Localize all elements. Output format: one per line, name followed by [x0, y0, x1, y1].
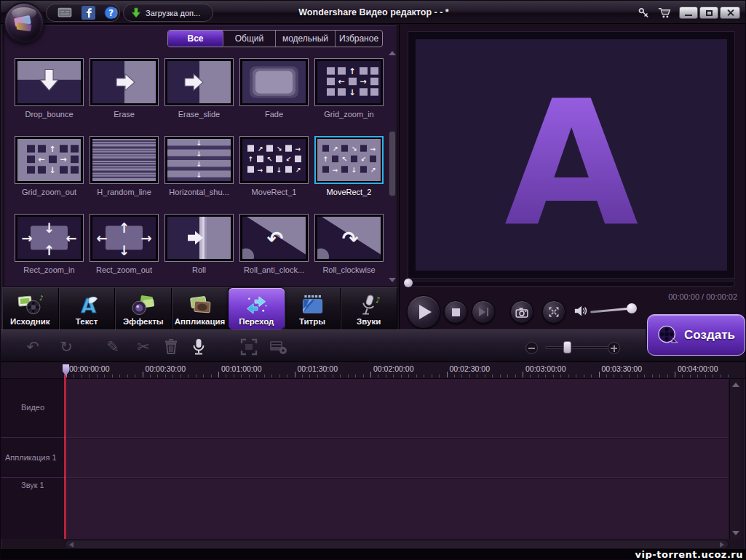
ruler-tick — [82, 375, 82, 377]
ruler-tick — [188, 375, 189, 377]
zoom-slider[interactable] — [545, 346, 615, 349]
volume-icon[interactable] — [574, 304, 590, 318]
transition-item-drop-bounce[interactable]: Drop_bounce — [12, 58, 87, 119]
maximize-button[interactable] — [699, 7, 718, 19]
transition-item-erase[interactable]: Erase — [87, 58, 162, 119]
delete-button[interactable] — [159, 335, 183, 359]
ruler-tick — [507, 375, 508, 377]
frame-select-button[interactable] — [237, 335, 261, 359]
facebook-icon[interactable] — [82, 6, 95, 20]
cart-icon[interactable] — [657, 7, 672, 19]
transition-item-fade[interactable]: Fade — [237, 58, 312, 119]
seek-handle[interactable] — [404, 279, 413, 287]
step-forward-button[interactable] — [472, 300, 495, 324]
playhead-line[interactable] — [65, 375, 66, 539]
media-tab-text[interactable]: AТекст — [59, 288, 116, 329]
app-logo — [4, 2, 44, 43]
transition-thumb-moverect-1[interactable]: ↗↘→↑↖↙→↓↗ — [239, 136, 309, 184]
media-tab-applique[interactable]: Аппликация — [172, 288, 229, 329]
edit-button[interactable]: ✎ — [101, 335, 124, 359]
media-tab-source[interactable]: ♪Исходник — [2, 288, 59, 329]
transition-thumb-grid-zoom-out[interactable]: ↑←→↓ — [15, 136, 84, 184]
roll-anti-clockwise-icon: ↶ — [242, 217, 306, 259]
key-icon[interactable] — [637, 7, 651, 19]
svg-text:↘: ↘ — [277, 144, 282, 152]
transition-item-rect-zoom-in[interactable]: →←↓↑Rect_zoom_in — [12, 214, 87, 274]
media-tab-sounds[interactable]: ♪Звуки — [341, 288, 397, 329]
snapshot-button[interactable] — [510, 300, 533, 324]
category-tab-model[interactable]: модельный — [276, 31, 336, 47]
voiceover-button[interactable] — [187, 335, 210, 359]
transition-thumb-horizontal-shuffle[interactable]: ↓↓↓↓ — [164, 136, 234, 184]
transitions-scrollbar[interactable] — [388, 49, 397, 284]
transition-label: Erase_slide — [178, 110, 220, 119]
minimize-button[interactable] — [679, 7, 698, 19]
ruler-label: 00:03:30:00 — [602, 364, 642, 373]
transition-item-moverect-1[interactable]: ↗↘→↑↖↙→↓↗MoveRect_1 — [237, 136, 312, 196]
transition-thumb-erase-slide[interactable] — [164, 58, 234, 106]
category-tab-all[interactable]: Все — [168, 31, 223, 47]
transition-thumb-drop-bounce[interactable] — [15, 58, 84, 106]
ruler-tick — [203, 375, 204, 377]
scroll-left-icon[interactable] — [69, 542, 74, 548]
help-icon[interactable]: ? — [104, 6, 118, 20]
transition-thumb-fade[interactable] — [239, 58, 309, 106]
zoom-in-button[interactable] — [608, 342, 620, 354]
zoom-out-button[interactable] — [525, 342, 538, 354]
scroll-up-icon[interactable] — [389, 51, 396, 55]
close-button[interactable] — [720, 7, 740, 19]
media-tab-bar: ♪ИсходникAТекстЭффектыАппликацияПереходТ… — [2, 287, 397, 329]
transition-thumb-moverect-2[interactable]: ↗↘→↑↖↙→↓↗ — [314, 136, 384, 184]
fullscreen-button[interactable] — [542, 300, 566, 324]
transition-item-grid-zoom-in[interactable]: ↑←→↓Grid_zoom_in — [312, 58, 386, 119]
transition-item-rect-zoom-out[interactable]: ←→↑↓Rect_zoom_out — [87, 214, 162, 274]
transition-thumb-rect-zoom-out[interactable]: ←→↑↓ — [90, 214, 159, 262]
media-tab-titles[interactable]: Титры — [285, 288, 341, 329]
transition-thumb-roll[interactable] — [164, 214, 234, 262]
volume-handle[interactable] — [627, 303, 637, 313]
undo-button[interactable]: ↶ — [21, 335, 44, 359]
transition-thumb-rect-zoom-in[interactable]: →←↓↑ — [15, 214, 84, 262]
zoom-slider-handle[interactable] — [563, 341, 571, 353]
scroll-down-icon[interactable] — [732, 531, 739, 535]
stop-button[interactable] — [444, 300, 467, 324]
transition-item-grid-zoom-out[interactable]: ↑←→↓Grid_zoom_out — [12, 136, 87, 196]
transition-item-roll-clockwise[interactable]: ↷Roll_clockwise — [312, 214, 386, 274]
transition-thumb-grid-zoom-in[interactable]: ↑←→↓ — [314, 58, 384, 106]
transition-item-horizontal-shuffle[interactable]: ↓↓↓↓Horizontal_shu... — [162, 136, 237, 196]
category-tab-favorites[interactable]: Избраное — [336, 31, 382, 47]
transition-item-roll-anti-clockwise[interactable]: ↶Roll_anti_clock... — [237, 214, 312, 274]
scroll-down-icon[interactable] — [389, 278, 396, 282]
ruler-tick — [659, 375, 660, 377]
transition-thumb-erase[interactable] — [90, 58, 159, 106]
svg-text:→: → — [21, 231, 32, 246]
play-button[interactable] — [407, 295, 440, 329]
category-tab-common[interactable]: Общий — [223, 31, 276, 47]
scroll-up-icon[interactable] — [732, 383, 739, 387]
fade-icon — [242, 61, 306, 103]
media-tab-effects[interactable]: Эффекты — [115, 288, 172, 329]
transition-item-roll[interactable]: Roll — [162, 214, 237, 274]
timeline-horizontal-scrollbar[interactable] — [65, 540, 729, 549]
media-tab-label: Переход — [239, 317, 274, 326]
transition-item-erase-slide[interactable]: Erase_slide — [162, 58, 237, 119]
window-icon[interactable] — [57, 7, 73, 19]
timeline-vertical-scrollbar[interactable] — [729, 379, 741, 539]
transition-thumb-roll-clockwise[interactable]: ↷ — [314, 214, 384, 262]
create-button[interactable]: Создать — [647, 314, 745, 356]
timeline-ruler[interactable]: 00:00:00:0000:00:30:0000:01:00:0000:01:3… — [1, 362, 746, 379]
svg-text:?: ? — [108, 8, 114, 18]
transition-thumb-h-random-line[interactable] — [90, 136, 159, 184]
track-content-area[interactable] — [65, 379, 729, 539]
media-tab-transition[interactable]: Переход — [229, 288, 285, 329]
scrollbar-thumb[interactable] — [389, 131, 396, 196]
cut-button[interactable]: ✂ — [132, 335, 155, 359]
download-addons-button[interactable]: Загрузка доп... — [123, 4, 213, 22]
transition-item-h-random-line[interactable]: H_random_line — [87, 136, 162, 196]
redo-button[interactable]: ↻ — [55, 335, 78, 359]
transition-thumb-roll-anti-clockwise[interactable]: ↶ — [239, 214, 309, 262]
seek-bar[interactable] — [409, 281, 735, 287]
film-settings-button[interactable] — [266, 335, 290, 359]
transition-item-moverect-2[interactable]: ↗↘→↑↖↙→↓↗MoveRect_2 — [312, 136, 386, 196]
scroll-right-icon[interactable] — [720, 542, 724, 548]
